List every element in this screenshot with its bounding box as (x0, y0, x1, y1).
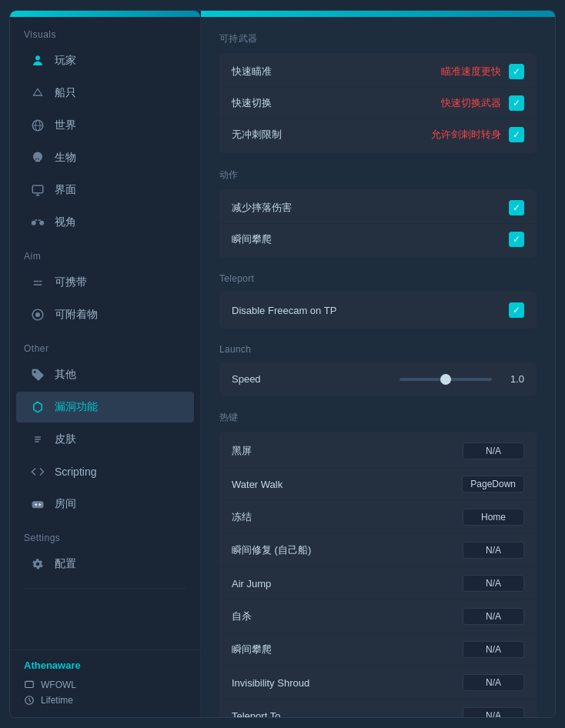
sidebar-item-carry[interactable]: 可携带 (16, 267, 194, 298)
hotkey-label-1: Water Walk (232, 479, 282, 490)
section-content-weapons: 快速瞄准 瞄准速度更快 快速切换 快速切换武器 无冲刺限制 (219, 53, 537, 153)
sidebar-item-ui[interactable]: 界面 (16, 175, 194, 205)
hotkey-row-4: Air Jump N/A (219, 567, 537, 600)
section-weapons: 可持武器 快速瞄准 瞄准速度更快 快速切换 快速切换武器 (219, 32, 537, 153)
hotkey-badge-5[interactable]: N/A (463, 608, 524, 625)
hotkey-row-1: Water Walk PageDown (219, 468, 537, 501)
hotkey-badge-1[interactable]: PageDown (462, 476, 524, 493)
hotkey-label-7: Invisibility Shroud (232, 677, 309, 689)
hotkey-label-0: 黑屏 (232, 444, 252, 458)
hotkey-badge-3[interactable]: N/A (463, 542, 524, 559)
hotkey-row-7: Invisibility Shroud N/A (219, 666, 537, 700)
sidebar-item-mobs[interactable]: 生物 (16, 142, 194, 173)
hotkey-badge-0[interactable]: N/A (463, 442, 524, 459)
sidebar-item-room[interactable]: 房间 (16, 489, 194, 519)
footer-username-row: WFOWL (24, 677, 186, 693)
toggle-freecam[interactable] (509, 302, 524, 318)
hotkey-label-3: 瞬间修复 (自己船) (232, 543, 311, 557)
section-title-hotkeys: 热键 (219, 411, 537, 424)
hotkey-label-4: Air Jump (232, 578, 271, 589)
sidebar-item-player[interactable]: 玩家 (16, 45, 194, 76)
toggle-fallreduce[interactable] (509, 200, 524, 215)
sidebar-item-attach[interactable]: 可附着物 (16, 299, 194, 330)
code-icon (30, 464, 45, 479)
slider-track-speed[interactable] (400, 378, 492, 381)
gear-icon (30, 556, 45, 572)
slider-label-speed: Speed (232, 373, 261, 385)
hotkey-row-6: 瞬间攀爬 N/A (219, 633, 537, 666)
sidebar-item-label-carry: 可携带 (55, 276, 87, 289)
main-content: 可持武器 快速瞄准 瞄准速度更快 快速切换 快速切换武器 (201, 11, 555, 717)
label-quickaim: 快速瞄准 (232, 65, 272, 78)
section-content-teleport: Disable Freecam on TP (219, 292, 537, 329)
skull-icon (30, 150, 45, 165)
setting-row-instantclimb: 瞬间攀爬 (219, 224, 537, 255)
binocular-icon (30, 215, 45, 230)
sidebar: Visuals 玩家 船只 世界 生物 (10, 11, 201, 717)
hotkey-badge-4[interactable]: N/A (463, 575, 524, 592)
toggle-nodash[interactable] (509, 127, 524, 142)
label-freecam: Disable Freecam on TP (232, 305, 336, 316)
svg-rect-8 (25, 681, 34, 687)
sidebar-item-config[interactable]: 配置 (16, 549, 194, 579)
sidebar-item-label-scripting: Scripting (55, 466, 96, 478)
section-title-launch: Launch (219, 344, 537, 355)
hotkey-label-2: 冻结 (232, 510, 252, 524)
sail-icon (30, 85, 45, 101)
label-nodash: 无冲刺限制 (232, 128, 282, 142)
slider-thumb-speed[interactable] (440, 374, 451, 385)
setting-row-freecam: Disable Freecam on TP (219, 295, 537, 326)
toggle-instantclimb[interactable] (509, 232, 524, 247)
sidebar-item-label-camera: 视角 (55, 215, 76, 229)
hotkey-label-8: Teleport To (232, 710, 280, 718)
tag-icon (30, 367, 45, 382)
monitor-icon (30, 182, 45, 198)
sidebar-item-label-attach: 可附着物 (55, 308, 98, 322)
section-actions: 动作 减少摔落伤害 瞬间攀爬 (219, 169, 537, 258)
svg-rect-4 (32, 185, 43, 193)
setting-row-quickswitch: 快速切换 快速切换武器 (219, 88, 537, 119)
sidebar-item-label-mobs: 生物 (55, 151, 76, 165)
toggle-quickaim[interactable] (509, 64, 524, 79)
sidebar-item-exploit[interactable]: 漏洞功能 (16, 392, 194, 422)
sidebar-item-label-config: 配置 (55, 557, 76, 571)
sidebar-item-world[interactable]: 世界 (16, 110, 194, 141)
section-label-settings: Settings (10, 520, 200, 548)
clock-icon (24, 695, 35, 706)
globe-icon (30, 118, 45, 133)
setting-row-fallreduce: 减少摔落伤害 (219, 192, 537, 224)
gamepad-icon (30, 496, 45, 512)
hotkey-row-5: 自杀 N/A (219, 600, 537, 633)
hotkey-badge-8[interactable]: N/A (463, 707, 524, 717)
sidebar-item-label-player: 玩家 (55, 54, 76, 68)
sidebar-item-misc[interactable]: 其他 (16, 359, 194, 390)
sidebar-footer: Athenaware WFOWL Lifetime (10, 650, 200, 717)
slider-controls-speed: 1.0 (400, 373, 524, 385)
setting-row-quickaim: 快速瞄准 瞄准速度更快 (219, 56, 537, 88)
setting-row-nodash: 无冲刺限制 允许剑刺时转身 (219, 119, 537, 150)
toggle-quickswitch[interactable] (509, 95, 524, 111)
section-label-aim: Aim (10, 239, 200, 266)
hotkey-badge-6[interactable]: N/A (463, 641, 524, 658)
label-fallreduce: 减少摔落伤害 (232, 201, 292, 215)
section-title-teleport: Teleport (219, 273, 537, 284)
sidebar-item-camera[interactable]: 视角 (16, 207, 194, 238)
sidebar-item-label-world: 世界 (55, 119, 76, 132)
section-launch: Launch Speed 1.0 (219, 344, 537, 396)
label-instantclimb: 瞬间攀爬 (232, 232, 272, 246)
person-icon (30, 53, 45, 68)
section-hotkeys: 热键 黑屏 N/A Water Walk PageDown 冻结 Home 瞬间… (219, 411, 537, 717)
sidebar-item-skin[interactable]: 皮肤 (16, 424, 194, 455)
top-bar-main (201, 11, 555, 17)
top-bar-sidebar (10, 11, 200, 17)
hotkey-badge-7[interactable]: N/A (463, 674, 524, 691)
hotkey-label-6: 瞬间攀爬 (232, 643, 272, 656)
sidebar-item-scripting[interactable]: Scripting (16, 456, 194, 487)
sidebar-item-ship[interactable]: 船只 (16, 78, 194, 109)
sidebar-divider (24, 588, 186, 589)
section-label-visuals: Visuals (10, 17, 200, 45)
hotkey-badge-2[interactable]: Home (463, 509, 524, 526)
slider-value-speed: 1.0 (500, 373, 524, 385)
footer-username: WFOWL (41, 680, 76, 690)
slider-row-speed: Speed 1.0 (219, 366, 537, 392)
